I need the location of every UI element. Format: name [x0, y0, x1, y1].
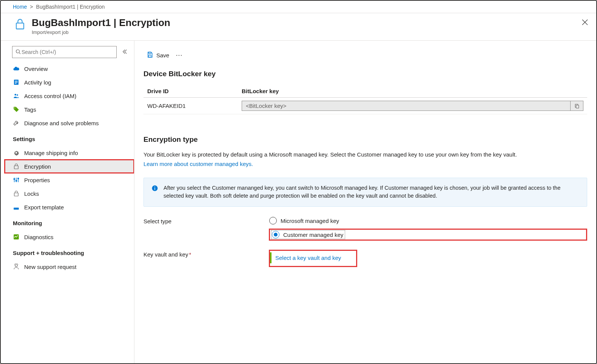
info-box: After you select the Customer mananged k…: [143, 178, 587, 207]
sidebar-item-label: Diagnostics: [24, 234, 54, 240]
wrench-icon: [13, 120, 20, 126]
gear-icon: [13, 149, 20, 156]
diagnostics-icon: [13, 233, 20, 240]
info-text: After you select the Customer mananged k…: [164, 184, 579, 201]
sidebar-item-label: Diagnose and solve problems: [24, 120, 99, 126]
breadcrumb-home[interactable]: Home: [13, 4, 27, 10]
sidebar-item-activity-log[interactable]: Activity log: [1, 75, 134, 89]
sliders-icon: [13, 177, 20, 183]
svg-point-29: [154, 186, 155, 187]
svg-rect-8: [15, 83, 17, 84]
sidebar-item-label: Overview: [24, 66, 48, 72]
table-row: WD-AFAKEID1 <BitLocker key>: [143, 98, 587, 114]
copy-button[interactable]: [571, 101, 583, 111]
sidebar-search[interactable]: [12, 46, 117, 58]
sidebar-item-locks[interactable]: Locks: [1, 187, 134, 200]
sidebar-section-support: Support + troubleshooting: [1, 244, 134, 258]
lock-icon: [13, 163, 20, 170]
svg-line-4: [19, 52, 21, 54]
sidebar-item-new-support-request[interactable]: New support request: [1, 260, 134, 273]
radio-customer-managed[interactable]: Customer managed key: [272, 230, 345, 239]
search-input[interactable]: [21, 49, 113, 55]
sidebar-item-export-template[interactable]: Export template: [1, 200, 134, 214]
radio-label: Customer managed key: [283, 232, 343, 238]
svg-rect-25: [149, 55, 151, 57]
bitlocker-table: Drive ID BitLocker key WD-AFAKEID1 <BitL…: [143, 85, 587, 114]
search-icon: [15, 49, 21, 55]
people-icon: [13, 92, 20, 99]
sidebar-item-diagnose[interactable]: Diagnose and solve problems: [1, 116, 134, 130]
sidebar-item-label: Manage shipping info: [24, 150, 78, 156]
more-button[interactable]: ···: [174, 52, 185, 58]
sidebar-item-encryption[interactable]: Encryption: [5, 160, 134, 173]
main-content: Save ··· Device BitLocker key Drive ID B…: [134, 41, 596, 363]
breadcrumb-separator: >: [30, 4, 33, 10]
svg-point-23: [15, 264, 17, 267]
sidebar-item-manage-shipping[interactable]: Manage shipping info: [1, 146, 134, 160]
svg-point-11: [14, 108, 15, 108]
encryption-type-radio-group: Microsoft managed key Customer managed k…: [269, 217, 587, 241]
learn-more-link[interactable]: Learn more about customer managed keys.: [143, 161, 253, 167]
sidebar-section-settings: Settings: [1, 130, 134, 144]
page-subtitle: Import/export job: [32, 29, 170, 35]
close-button[interactable]: [580, 17, 590, 29]
page-header: BugBashImport1 | Encryption Import/expor…: [1, 13, 596, 41]
svg-rect-7: [15, 82, 18, 83]
col-bitlocker-key: BitLocker key: [238, 85, 587, 98]
cloud-icon: [13, 65, 20, 72]
svg-point-12: [15, 152, 17, 154]
support-icon: [13, 263, 20, 270]
sidebar-item-diagnostics[interactable]: Diagnostics: [1, 230, 134, 244]
sidebar-item-label: Properties: [24, 177, 50, 183]
sidebar-item-label: Export template: [24, 204, 64, 210]
export-icon: [13, 204, 20, 210]
breadcrumb: Home > BugBashImport1 | Encryption: [1, 1, 596, 13]
radio-label: Microsoft managed key: [281, 218, 339, 224]
select-key-vault-link[interactable]: Select a key vault and key: [275, 252, 341, 263]
collapse-sidebar-button[interactable]: [120, 48, 129, 57]
sidebar-item-label: Access control (IAM): [24, 93, 76, 99]
sidebar-item-label: Locks: [24, 190, 39, 197]
sidebar-item-label: Activity log: [24, 79, 51, 86]
drive-id-value: WD-AFAKEID1: [143, 98, 238, 114]
log-icon: [13, 79, 20, 86]
page-title: BugBashImport1 | Encryption: [32, 17, 170, 29]
svg-rect-20: [14, 193, 19, 196]
svg-point-3: [16, 49, 20, 53]
svg-rect-24: [149, 52, 151, 54]
sidebar-item-properties[interactable]: Properties: [1, 173, 134, 187]
svg-rect-13: [14, 166, 19, 169]
sidebar-item-tags[interactable]: Tags: [1, 103, 134, 116]
sidebar-item-label: Encryption: [24, 163, 51, 170]
lock-icon: [13, 190, 20, 197]
svg-rect-21: [14, 208, 19, 210]
sidebar-item-label: Tags: [24, 106, 36, 113]
sidebar-item-access-control[interactable]: Access control (IAM): [1, 89, 134, 103]
save-button[interactable]: Save: [147, 51, 169, 59]
sidebar-item-overview[interactable]: Overview: [1, 62, 134, 75]
key-vault-label: Key vault and key*: [143, 250, 269, 258]
lock-icon: [13, 17, 27, 31]
svg-point-19: [18, 178, 19, 179]
svg-point-9: [15, 94, 17, 96]
encryption-section-title: Encryption type: [143, 135, 587, 144]
sidebar-section-monitoring: Monitoring: [1, 214, 134, 229]
bitlocker-section-title: Device BitLocker key: [143, 70, 587, 78]
svg-rect-6: [15, 81, 18, 81]
svg-rect-0: [16, 23, 24, 29]
radio-microsoft-managed[interactable]: Microsoft managed key: [269, 217, 587, 225]
breadcrumb-current: BugBashImport1 | Encryption: [36, 4, 105, 10]
encryption-description: Your BitLocker key is protected by defau…: [143, 151, 587, 159]
info-icon: [151, 185, 158, 192]
validation-bar: [270, 252, 272, 263]
select-type-label: Select type: [143, 217, 269, 224]
svg-rect-26: [576, 105, 578, 108]
bitlocker-key-field[interactable]: <BitLocker key>: [242, 101, 571, 111]
svg-point-10: [17, 94, 18, 96]
save-button-label: Save: [156, 52, 169, 58]
svg-point-18: [16, 180, 17, 181]
svg-point-17: [14, 178, 15, 180]
toolbar: Save ···: [143, 41, 587, 68]
tag-icon: [13, 106, 20, 113]
col-drive-id: Drive ID: [143, 85, 238, 98]
